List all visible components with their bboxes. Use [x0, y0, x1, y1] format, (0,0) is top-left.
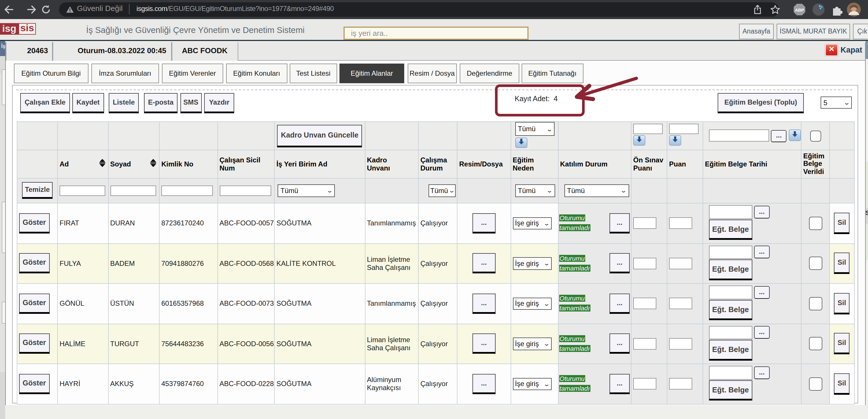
svg-text:ABP: ABP	[795, 7, 804, 12]
